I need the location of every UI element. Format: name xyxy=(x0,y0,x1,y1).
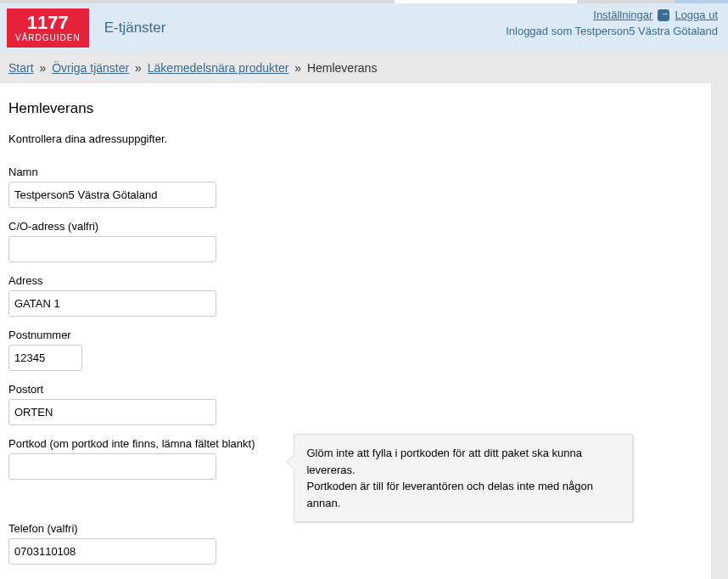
portkod-tooltip: Glöm inte att fylla i portkoden för att … xyxy=(294,434,633,522)
breadcrumb-ovriga[interactable]: Övriga tjänster xyxy=(52,61,129,75)
field-portkod: Portkod (om portkod inte finns, lämna fä… xyxy=(8,437,255,480)
input-telefon[interactable] xyxy=(8,538,216,565)
logo-sub: VÅRDGUIDEN xyxy=(15,34,81,42)
input-postort[interactable] xyxy=(8,399,216,425)
breadcrumb-current: Hemleverans xyxy=(307,61,377,75)
input-adress[interactable] xyxy=(8,290,216,317)
header: 1177 VÅRDGUIDEN E-tjänster Inställningar… xyxy=(0,3,728,53)
input-namn[interactable] xyxy=(8,182,216,208)
input-portkod[interactable] xyxy=(8,453,216,480)
label-postnummer: Postnummer xyxy=(8,329,703,341)
label-postort: Postort xyxy=(8,383,703,396)
input-postnummer[interactable] xyxy=(8,345,82,371)
logged-in-as: Inloggad som Testperson5 Västra Götaland xyxy=(506,25,718,37)
input-co[interactable] xyxy=(8,236,216,262)
label-portkod: Portkod (om portkod inte finns, lämna fä… xyxy=(8,437,255,450)
etjanster-label: E-tjänster xyxy=(104,20,166,37)
settings-link[interactable]: Inställningar xyxy=(593,8,652,21)
label-co: C/O-adress (valfri) xyxy=(8,220,703,233)
field-postnummer: Postnummer xyxy=(8,329,703,371)
header-right: Inställningar Logga ut Inloggad som Test… xyxy=(506,8,718,37)
logo-1177[interactable]: 1177 VÅRDGUIDEN xyxy=(7,8,89,48)
field-postort: Postort xyxy=(8,383,703,425)
logged-in-user: Testperson5 Västra Götaland xyxy=(575,25,718,37)
field-namn: Namn xyxy=(8,166,703,208)
logout-link[interactable]: Logga ut xyxy=(675,8,718,21)
logout-icon xyxy=(658,9,669,21)
label-adress: Adress xyxy=(8,274,703,287)
tooltip-line1: Glöm inte att fylla i portkoden för att … xyxy=(306,445,620,478)
field-co: C/O-adress (valfri) xyxy=(8,220,703,262)
breadcrumb-lakemedel[interactable]: Läkemedelsnära produkter xyxy=(148,61,289,75)
field-telefon: Telefon (valfri) xyxy=(8,522,703,565)
field-adress: Adress xyxy=(8,274,703,317)
label-namn: Namn xyxy=(8,166,703,178)
tooltip-line2: Portkoden är till för leverantören och d… xyxy=(306,478,620,511)
breadcrumb: Start » Övriga tjänster » Läkemedelsnära… xyxy=(0,53,728,83)
page-title: Hemleverans xyxy=(8,100,703,117)
label-telefon: Telefon (valfri) xyxy=(8,522,703,535)
page-instruction: Kontrollera dina adressuppgifter. xyxy=(8,132,703,145)
logo-main: 1177 xyxy=(15,14,81,32)
content: Hemleverans Kontrollera dina adressuppgi… xyxy=(0,83,711,579)
breadcrumb-start[interactable]: Start xyxy=(8,61,34,75)
